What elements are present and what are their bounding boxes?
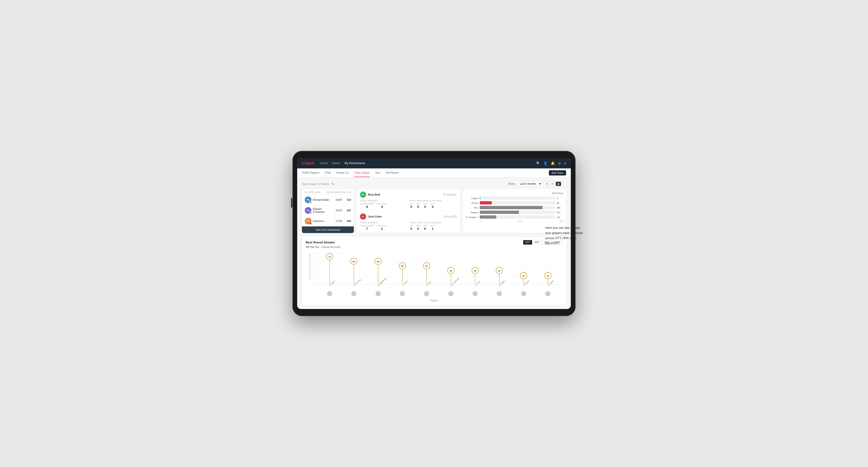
- player-name-3: Cameron...: [313, 220, 326, 222]
- period-select[interactable]: Last 3 months: [517, 181, 542, 186]
- streaks-panel: Best Round Streaks OTT APP ARG PUTT Off …: [302, 237, 566, 305]
- badge-gold: 1: [309, 201, 312, 204]
- nav-my-performance[interactable]: My Performance: [344, 161, 365, 166]
- tournament-stat-1: Tournament 8: [360, 203, 374, 209]
- arg-value-1: 0: [423, 205, 427, 209]
- edit-icon[interactable]: ✏️: [331, 183, 335, 185]
- player-card-2: JC Josh Coles 26 Aug 2023 Total Rounds T…: [356, 211, 460, 233]
- sub-nav-pgat[interactable]: PGAT Players: [302, 168, 320, 177]
- tablet-screen: clippd Home Teams My Performance 🔍 👤 🔔 ⊕…: [297, 158, 571, 309]
- target-icon[interactable]: ⊕: [558, 161, 561, 165]
- side-button: [291, 198, 292, 208]
- card-view-btn[interactable]: ▦: [556, 182, 561, 186]
- nav-right: 🔍 👤 🔔 ⊕ ●: [536, 161, 566, 165]
- putt-value-2: 1: [430, 227, 435, 230]
- practice-stats-1: OTT 0 APP 0 ARG: [409, 203, 457, 209]
- subtitle-bold: Off The Tee: [306, 246, 319, 248]
- player-card-1: RB Rees Britt 02 Sep 2023 Total Rounds T…: [356, 189, 460, 211]
- arg-button[interactable]: ARG: [542, 240, 552, 245]
- user-circle-icon[interactable]: ●: [564, 161, 566, 165]
- app-value-2: 0: [416, 227, 420, 230]
- person-icon[interactable]: 👤: [544, 161, 548, 165]
- arg-value-2: 0: [423, 227, 427, 230]
- svg-text:0: 0: [316, 283, 317, 285]
- svg-point-36: [424, 291, 429, 296]
- practice-value-1: 4: [377, 205, 387, 209]
- badge-silver: 2: [309, 211, 312, 214]
- nav-links: Home Teams My Performance: [320, 161, 365, 166]
- show-controls: Show Last 3 months ⊞ ☰ ▦ ↕: [508, 181, 566, 186]
- player-card-date-2: 26 Aug 2023: [443, 215, 457, 218]
- app-stat-1: APP 0: [416, 203, 420, 209]
- svg-point-31: [400, 291, 405, 296]
- svg-text:C. Quick: C. Quick: [548, 280, 554, 286]
- player-row: RB 1 Richard Butler 19/20 110: [302, 195, 354, 205]
- svg-text:3x: 3x: [522, 275, 525, 277]
- bar-label: Birdies: [466, 201, 478, 204]
- sub-nav-all-players[interactable]: All Players: [385, 168, 399, 177]
- sub-nav-hcaps[interactable]: Hcaps 1-5: [336, 168, 349, 177]
- view-leaderboard-button[interactable]: View Full Leaderboard: [302, 226, 354, 233]
- add-team-button[interactable]: Add Team: [549, 170, 566, 176]
- bar-fill: [480, 215, 496, 219]
- app-logo: clippd: [302, 161, 314, 165]
- chart-view-btn[interactable]: ↕: [562, 182, 566, 186]
- pb-score-3: 17/20: [334, 220, 342, 222]
- subtitle-rest: , Fairway Accuracy: [320, 246, 341, 248]
- svg-text:4x: 4x: [498, 270, 500, 272]
- ott-stat-2: OTT 0: [409, 224, 413, 230]
- app-stat-2: APP 0: [416, 224, 420, 230]
- player-card-date-1: 02 Sep 2023: [443, 193, 457, 196]
- player-row: EC 2 Edward Crossman 18/20 107: [302, 205, 354, 216]
- rounds-stats-1: Tournament 8 Practice 4: [360, 203, 407, 209]
- bar-chart: Eagles 3 Birdies 96 Pars 499 Bogeys 311 …: [466, 196, 563, 219]
- practice-label-1: Total Practice Activities: [409, 199, 457, 202]
- svg-text:6x: 6x: [352, 260, 355, 263]
- pb-score-2: 18/20: [334, 209, 342, 212]
- x-axis-label: Players: [306, 299, 562, 302]
- sub-nav-team-clippd[interactable]: Team Clippd: [354, 168, 370, 177]
- bar-fill: [480, 196, 480, 200]
- bell-icon[interactable]: 🔔: [551, 161, 555, 165]
- player-card-name-1: Rees Britt: [368, 193, 380, 196]
- player-info-3: CB 3 Cameron...: [305, 218, 332, 224]
- app-button[interactable]: APP: [533, 240, 541, 245]
- svg-point-56: [521, 291, 526, 296]
- ott-button[interactable]: OTT: [523, 240, 532, 245]
- grid-view-btn[interactable]: ⊞: [544, 182, 549, 186]
- list-view-btn[interactable]: ☰: [550, 182, 555, 186]
- nav-teams[interactable]: Teams: [332, 161, 340, 166]
- putt-stat-1: PUTT 0: [430, 203, 435, 209]
- putt-stat-2: PUTT 1: [430, 224, 435, 230]
- streaks-title: Best Round Streaks: [306, 241, 335, 244]
- putt-button[interactable]: PUTT: [552, 240, 562, 245]
- bar-value: 311: [557, 211, 563, 214]
- col-pb-score: PB SCORE: [327, 191, 339, 193]
- bar-row: Bogeys 311: [466, 211, 563, 214]
- svg-text:3x: 3x: [547, 275, 549, 277]
- bar-track: [480, 206, 555, 209]
- main-content: Team Clippd 14 Players ✏️ Show Last 3 mo…: [297, 177, 571, 309]
- search-icon[interactable]: 🔍: [536, 161, 540, 165]
- avatar-edward: EC 2: [305, 207, 311, 214]
- practice-stat-2: Practice 2: [377, 224, 387, 230]
- svg-point-26: [375, 291, 381, 296]
- practice-label-2: Total Practice Activities: [409, 221, 457, 224]
- svg-text:1: 1: [316, 276, 317, 278]
- player-name-1: Richard Butler: [313, 198, 329, 201]
- practice-activities-section-1: Total Practice Activities OTT 0 APP: [409, 199, 457, 209]
- player-info-2: EC 2 Edward Crossman: [305, 207, 332, 214]
- sub-nav-tour[interactable]: Tour: [375, 168, 381, 177]
- bar-track: [480, 211, 555, 214]
- player-count: 14 Players: [318, 183, 329, 185]
- practice-stat-1: Practice 4: [377, 203, 387, 209]
- badge-bronze: 3: [309, 222, 312, 225]
- streaks-subtitle: Off The Tee , Fairway Accuracy: [306, 246, 562, 248]
- streak-chart-container: Best Streak, Fairway Accuracy012347xE. E…: [306, 251, 562, 299]
- pb-avg-1: 110: [344, 198, 351, 201]
- sub-nav-pga[interactable]: PGA: [324, 168, 331, 177]
- bar-label: Eagles: [466, 197, 478, 199]
- nav-home[interactable]: Home: [320, 161, 328, 166]
- bar-fill: [480, 206, 542, 209]
- svg-text:4: 4: [316, 253, 317, 255]
